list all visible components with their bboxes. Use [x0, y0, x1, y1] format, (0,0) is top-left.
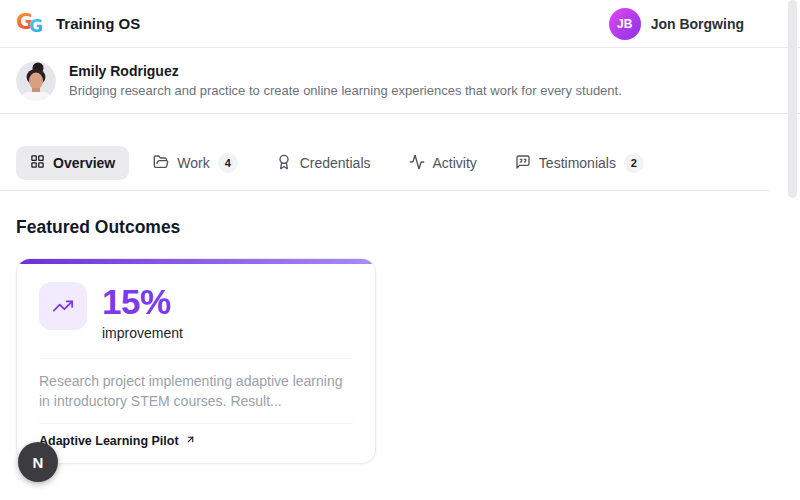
featured-outcome-card[interactable]: 15% improvement Research project impleme… [16, 258, 376, 464]
tab-label: Activity [433, 155, 477, 171]
user-avatar[interactable]: JB [609, 8, 641, 40]
tab-label: Work [177, 155, 209, 171]
card-project-link[interactable]: Adaptive Learning Pilot [17, 424, 375, 458]
profile-name: Emily Rodriguez [69, 63, 622, 79]
profile-bio: Bridging research and practice to create… [69, 83, 622, 98]
folder-icon [153, 154, 169, 173]
profile-text: Emily Rodriguez Bridging research and pr… [69, 63, 622, 98]
profile-header: Emily Rodriguez Bridging research and pr… [0, 48, 800, 114]
tabs-divider [0, 190, 769, 191]
tab-testimonials[interactable]: Testimonials 2 [501, 146, 658, 180]
profile-photo [16, 61, 56, 101]
tab-label: Overview [53, 155, 115, 171]
brand[interactable]: G G Training OS [16, 7, 140, 41]
metric-text: 15% improvement [102, 282, 183, 341]
arrow-up-right-icon [185, 434, 196, 448]
header-user-menu[interactable]: JB Jon Borgwing [609, 8, 784, 40]
profile-tabs: Overview Work 4 Credentials Activity [16, 146, 658, 180]
metric-label: improvement [102, 325, 183, 341]
message-quote-icon [515, 154, 531, 173]
card-description: Research project implementing adaptive l… [17, 359, 375, 411]
top-header: G G Training OS JB Jon Borgwing [0, 0, 800, 48]
tab-label: Credentials [300, 155, 371, 171]
tab-credentials[interactable]: Credentials [262, 146, 385, 180]
tab-count-badge: 4 [218, 153, 238, 173]
svg-text:G: G [29, 16, 43, 36]
tab-work[interactable]: Work 4 [139, 146, 251, 180]
trending-up-icon [39, 282, 87, 330]
app-title: Training OS [56, 15, 140, 32]
grid-icon [30, 154, 45, 172]
tab-label: Testimonials [539, 155, 616, 171]
activity-icon [409, 154, 425, 173]
tab-activity[interactable]: Activity [395, 146, 491, 180]
scrollbar-thumb[interactable] [788, 0, 797, 198]
link-label: Adaptive Learning Pilot [39, 434, 179, 448]
tab-count-badge: 2 [624, 153, 644, 173]
card-metric-row: 15% improvement [17, 264, 375, 341]
floating-n-button[interactable]: N [18, 442, 58, 482]
section-title: Featured Outcomes [16, 217, 180, 238]
award-icon [276, 154, 292, 173]
app-logo-icon: G G [16, 7, 46, 41]
metric-value: 15% [102, 282, 183, 322]
tab-overview[interactable]: Overview [16, 146, 129, 180]
user-name: Jon Borgwing [651, 16, 744, 32]
